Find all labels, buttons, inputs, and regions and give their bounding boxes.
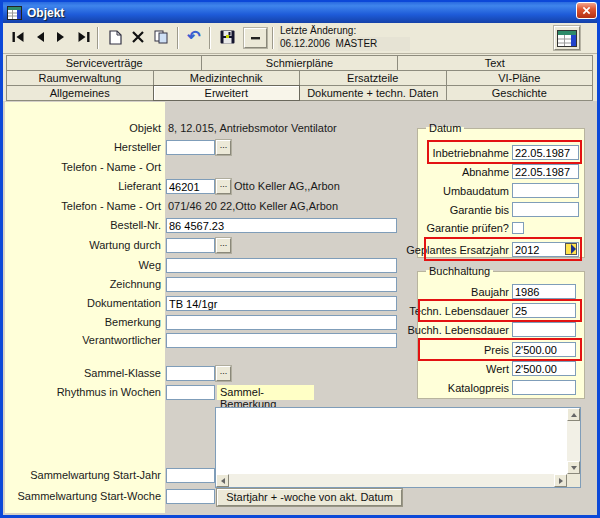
garantie-bis-input[interactable] — [512, 202, 579, 217]
objekt-value: 8, 12.015, Antriebsmotor Ventilator — [168, 122, 337, 134]
toolbar-separator — [209, 27, 211, 49]
tab-geschichte[interactable]: Geschichte — [446, 85, 594, 101]
tab-medizintechnik[interactable]: Medizintechnik — [153, 70, 301, 86]
remove-button[interactable] — [244, 28, 267, 48]
sammel-klasse-browse-button[interactable]: ... — [216, 366, 231, 381]
start-woche-input[interactable] — [166, 489, 215, 504]
telefon-hersteller-label: Telefon - Name - Ort — [11, 161, 161, 173]
next-record-icon — [55, 32, 67, 42]
wartung-durch-input[interactable] — [166, 238, 215, 253]
scroll-right-button[interactable] — [554, 474, 567, 487]
tab-erweitert[interactable]: Erweitert — [153, 85, 301, 101]
tab-row-1: Serviceverträge Schmierpläne Text — [7, 55, 593, 71]
scroll-up-button[interactable] — [567, 408, 580, 421]
inbetriebnahme-input[interactable] — [512, 145, 579, 160]
table-view-button[interactable] — [554, 26, 580, 50]
sammel-bemerkung-label: Sammel-Bemerkung — [217, 385, 314, 400]
last-change-label: Letzte Änderung: — [280, 25, 356, 36]
scrollbar-corner — [567, 474, 580, 487]
table-view-icon — [557, 30, 577, 47]
sammel-klasse-label: Sammel-Klasse — [11, 367, 161, 379]
hersteller-label: Hersteller — [11, 141, 161, 153]
start-woche-label: Sammelwartung Start-Woche — [11, 490, 161, 502]
save-button[interactable] — [216, 26, 238, 48]
objekt-window-icon — [7, 6, 22, 20]
hersteller-input[interactable] — [166, 140, 215, 155]
wartung-durch-label: Wartung durch — [11, 239, 161, 251]
rhythmus-wochen-input[interactable] — [166, 385, 215, 400]
lieferant-name-value: Otto Keller AG,,Arbon — [234, 180, 340, 192]
toolbar: ↶ Letzte Änderung: 06.12.2006 MASTER — [3, 23, 597, 54]
scroll-down-button[interactable] — [567, 461, 580, 474]
save-icon — [220, 30, 235, 44]
tab-allgemeines[interactable]: Allgemeines — [6, 85, 154, 101]
window-title: Objekt — [27, 6, 64, 20]
new-record-button[interactable] — [104, 26, 126, 48]
objekt-window: Objekt — [0, 0, 600, 518]
undo-icon: ↶ — [187, 30, 200, 44]
dokumentation-input[interactable] — [166, 296, 397, 311]
tab-row-3: Allgemeines Erweitert Dokumente + techn.… — [7, 85, 593, 101]
tab-servicevertraege[interactable]: Serviceverträge — [6, 55, 202, 71]
sammel-klasse-input[interactable] — [166, 366, 215, 381]
next-record-button[interactable] — [50, 26, 72, 48]
buchhaltung-group-title: Buchhaltung — [426, 265, 493, 277]
zeichnung-label: Zeichnung — [11, 278, 161, 290]
tab-ersatzteile[interactable]: Ersatzteile — [299, 70, 447, 86]
tab-dokumente-techn-daten[interactable]: Dokumente + techn. Daten — [299, 85, 447, 101]
tab-schmierplaene[interactable]: Schmierpläne — [201, 55, 397, 71]
garantie-pruefen-label: Garantie prüfen? — [389, 222, 509, 234]
bestell-nr-label: Bestell-Nr. — [11, 219, 161, 231]
first-record-icon — [12, 32, 27, 42]
tab-vi-plaene[interactable]: VI-Pläne — [446, 70, 594, 86]
weg-input[interactable] — [166, 258, 397, 273]
last-record-button[interactable] — [71, 26, 93, 48]
hersteller-browse-button[interactable]: ... — [216, 140, 231, 155]
delete-icon — [132, 31, 144, 43]
wert-label: Wert — [389, 363, 509, 375]
delete-record-button[interactable] — [127, 26, 149, 48]
copy-record-button[interactable] — [150, 26, 172, 48]
arrow-right-icon — [559, 478, 566, 484]
new-document-icon — [109, 30, 122, 45]
wert-input[interactable] — [512, 361, 576, 376]
lieferant-input[interactable] — [166, 179, 215, 194]
undo-button[interactable]: ↶ — [183, 26, 205, 48]
tab-text[interactable]: Text — [397, 55, 593, 71]
start-jahr-input[interactable] — [166, 468, 215, 483]
bestell-nr-input[interactable] — [166, 218, 397, 233]
zeichnung-input[interactable] — [166, 277, 397, 292]
lieferant-label: Lieferant — [11, 180, 161, 192]
minus-icon — [251, 37, 260, 40]
verantwortlicher-input[interactable] — [166, 333, 397, 348]
first-record-button[interactable] — [8, 26, 30, 48]
horizontal-scrollbar[interactable] — [216, 474, 567, 487]
baujahr-label: Baujahr — [389, 286, 509, 298]
sammel-bemerkung-textarea[interactable] — [215, 407, 581, 488]
previous-record-button[interactable] — [29, 26, 51, 48]
tab-raumverwaltung[interactable]: Raumverwaltung — [6, 70, 154, 86]
preis-input[interactable] — [512, 342, 576, 357]
toolbar-separator — [177, 27, 179, 49]
techn-lebensdauer-input[interactable] — [512, 303, 576, 318]
start-datum-button[interactable]: Startjahr + -woche von akt. Datum — [217, 489, 402, 506]
dialog-body: ↶ Letzte Änderung: 06.12.2006 MASTER — [3, 23, 597, 515]
abnahme-input[interactable] — [512, 164, 579, 179]
baujahr-input[interactable] — [512, 284, 576, 299]
objekt-label: Objekt — [11, 122, 161, 134]
tab-row-2: Raumverwaltung Medizintechnik Ersatzteil… — [7, 70, 593, 86]
scroll-left-button[interactable] — [216, 474, 229, 487]
ersatzjahr-picker-icon[interactable] — [565, 243, 577, 255]
katalogpreis-input[interactable] — [512, 380, 576, 395]
wartung-durch-browse-button[interactable]: ... — [216, 238, 231, 253]
start-jahr-label: Sammelwartung Start-Jahr — [11, 469, 161, 481]
inbetriebnahme-label: Inbetriebnahme — [389, 147, 509, 159]
titlebar: Objekt — [3, 2, 597, 23]
close-button[interactable] — [576, 2, 597, 19]
bemerkung-input[interactable] — [166, 315, 397, 330]
buchh-lebensdauer-input[interactable] — [512, 322, 576, 337]
umbaudatum-input[interactable] — [512, 183, 579, 198]
vertical-scrollbar[interactable] — [567, 408, 580, 474]
lieferant-browse-button[interactable]: ... — [216, 179, 231, 194]
garantie-pruefen-checkbox[interactable] — [512, 222, 524, 234]
